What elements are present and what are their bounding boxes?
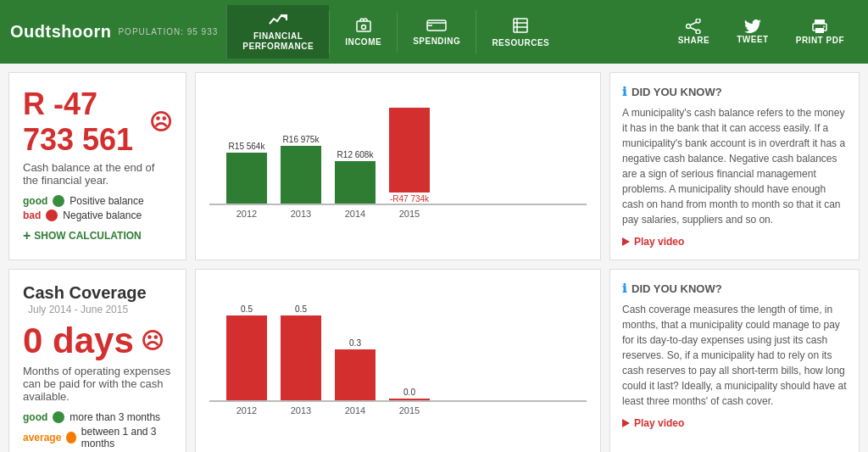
bar-2013-label: R16 975k <box>283 135 320 144</box>
good-dot-2 <box>53 411 64 423</box>
legend-bad: bad Negative balance <box>23 209 172 221</box>
cc-bar-2012: 0.5 <box>226 304 267 400</box>
cc-bar-2014-rect <box>335 349 376 400</box>
resources-icon <box>512 17 529 38</box>
year-2014: 2014 <box>335 209 376 219</box>
bad-dot <box>46 209 58 221</box>
right-nav: SHARE TWEET <box>665 12 858 52</box>
nav-spending-label: SPENDING <box>413 36 460 46</box>
legend-good-label-2: more than 3 months <box>70 411 160 423</box>
bar-2013-rect <box>281 146 321 204</box>
cash-coverage-desc: Months of operating expenses can be paid… <box>23 365 172 403</box>
cash-coverage-title: Cash Coverage <box>23 283 147 302</box>
bar-2014-label: R12 608k <box>337 150 374 159</box>
sad-face-icon: ☹ <box>149 109 172 136</box>
tweet-button[interactable]: TWEET <box>723 13 782 51</box>
share-button[interactable]: SHARE <box>665 12 724 52</box>
cash-balance-info-panel: R -47 733 561 ☹ Cash balance at the end … <box>8 72 186 260</box>
nav-resources[interactable]: RESOURCES <box>476 10 565 54</box>
cc-year-2015: 2015 <box>389 405 430 416</box>
play-triangle-1 <box>622 237 630 246</box>
bar-2015-rect <box>389 108 430 193</box>
legend-good-label: Positive balance <box>70 195 143 207</box>
cc-bar-2012-rect <box>226 315 267 400</box>
dyk-title-2: ℹ DID YOU KNOW? <box>622 282 847 295</box>
cc-bar-2015-label: 0.0 <box>403 388 415 397</box>
population-label: POPULATION: 95 933 <box>118 27 218 36</box>
svg-line-9 <box>691 22 698 25</box>
nav-income[interactable]: INCOME <box>329 11 397 53</box>
cash-coverage-bars: 0.5 0.5 0.3 0.0 <box>209 283 587 402</box>
cc-year-2012: 2012 <box>226 405 267 416</box>
cash-balance-bars: R15 564k R16 975k R12 608k -R47 734k <box>209 86 587 205</box>
cash-balance-subtitle: Cash balance at the end of the financial… <box>23 161 172 187</box>
legend-avg-label-2: between 1 and 3 months <box>81 426 172 449</box>
dyk-title-1: ℹ DID YOU KNOW? <box>622 85 847 98</box>
cash-balance-legend: good Positive balance bad Negative balan… <box>23 195 172 221</box>
good-dot <box>53 195 64 207</box>
legend-avg-2: average between 1 and 3 months <box>23 426 172 449</box>
cash-coverage-legend: good more than 3 months average between … <box>23 411 172 452</box>
bar-2012: R15 564k <box>226 142 267 204</box>
svg-rect-13 <box>815 28 824 33</box>
print-button[interactable]: PRINT PDF <box>782 12 858 52</box>
cc-bar-2013-rect <box>281 315 321 400</box>
play-video-1[interactable]: Play video <box>622 236 847 248</box>
svg-line-10 <box>691 28 698 31</box>
cash-balance-dyk-panel: ℹ DID YOU KNOW? A municipality's cash ba… <box>609 72 860 260</box>
bar-2012-label: R15 564k <box>229 142 265 151</box>
bar-2014-rect <box>335 161 376 204</box>
info-icon-2: ℹ <box>622 282 626 295</box>
show-calc-label: SHOW CALCULATION <box>34 230 141 242</box>
cash-coverage-chart-panel: 0.5 0.5 0.3 0.0 <box>195 269 601 452</box>
cash-balance-value: R -47 733 561 ☹ <box>23 86 172 158</box>
main-nav: FINANCIALPERFORMANCE INCOME <box>226 5 664 59</box>
cc-bar-2015: 0.0 <box>389 388 430 400</box>
play-triangle-2 <box>622 419 630 427</box>
legend-good-2: good more than 3 months <box>23 411 172 423</box>
cc-bar-2013-label: 0.5 <box>295 304 307 314</box>
nav-financial-performance[interactable]: FINANCIALPERFORMANCE <box>226 5 329 59</box>
cash-coverage-subtitle: July 2014 - June 2015 <box>28 304 128 315</box>
year-2015: 2015 <box>389 209 430 219</box>
share-label: SHARE <box>678 36 710 45</box>
sad-face-icon-2: ☹ <box>141 328 164 354</box>
brand-name: Oudtshoorn <box>10 22 111 42</box>
cash-coverage-dyk-panel: ℹ DID YOU KNOW? Cash coverage measures t… <box>609 269 860 452</box>
cc-bar-2013: 0.5 <box>281 304 321 400</box>
header: Oudtshoorn POPULATION: 95 933 FINANCIALP… <box>0 0 868 64</box>
dyk-text-1: A municipality's cash balance refers to … <box>622 105 847 227</box>
legend-good: good Positive balance <box>23 195 172 207</box>
nav-resources-label: RESOURCES <box>492 38 549 47</box>
bar-2014: R12 608k <box>335 150 376 204</box>
cc-bar-2014: 0.3 <box>335 338 376 400</box>
cc-bar-2015-rect <box>389 399 430 400</box>
info-icon-1: ℹ <box>622 85 626 98</box>
cash-coverage-info-panel: Cash Coverage July 2014 - June 2015 0 da… <box>8 269 186 452</box>
print-label: PRINT PDF <box>796 36 844 45</box>
spending-icon <box>426 19 447 36</box>
bar-years: 2012 2013 2014 2015 <box>209 205 587 222</box>
cc-bar-2012-label: 0.5 <box>241 304 253 314</box>
avg-dot-2 <box>66 432 75 444</box>
bar-2015: -R47 734k <box>389 108 430 204</box>
legend-bad-label: Negative balance <box>63 209 142 221</box>
year-2013: 2013 <box>281 209 321 219</box>
bar-2012-rect <box>226 153 267 204</box>
tweet-label: TWEET <box>737 35 769 44</box>
year-2012: 2012 <box>226 209 267 219</box>
play-video-2[interactable]: Play video <box>622 417 847 429</box>
share-icon <box>686 19 701 36</box>
cash-balance-row: R -47 733 561 ☹ Cash balance at the end … <box>0 64 868 265</box>
tweet-icon <box>744 20 761 35</box>
cc-bar-2014-label: 0.3 <box>349 338 361 348</box>
cash-coverage-heading: Cash Coverage July 2014 - June 2015 <box>23 283 172 315</box>
cc-bar-years: 2012 2013 2014 2015 <box>209 402 587 419</box>
cash-balance-chart-panel: R15 564k R16 975k R12 608k -R47 734k <box>195 72 601 260</box>
svg-rect-5 <box>514 19 527 32</box>
svg-point-1 <box>361 25 365 29</box>
bar-2013: R16 975k <box>281 135 321 204</box>
show-calculation-button[interactable]: SHOW CALCULATION <box>23 228 172 243</box>
nav-spending[interactable]: SPENDING <box>397 12 476 53</box>
financial-icon <box>269 12 287 31</box>
